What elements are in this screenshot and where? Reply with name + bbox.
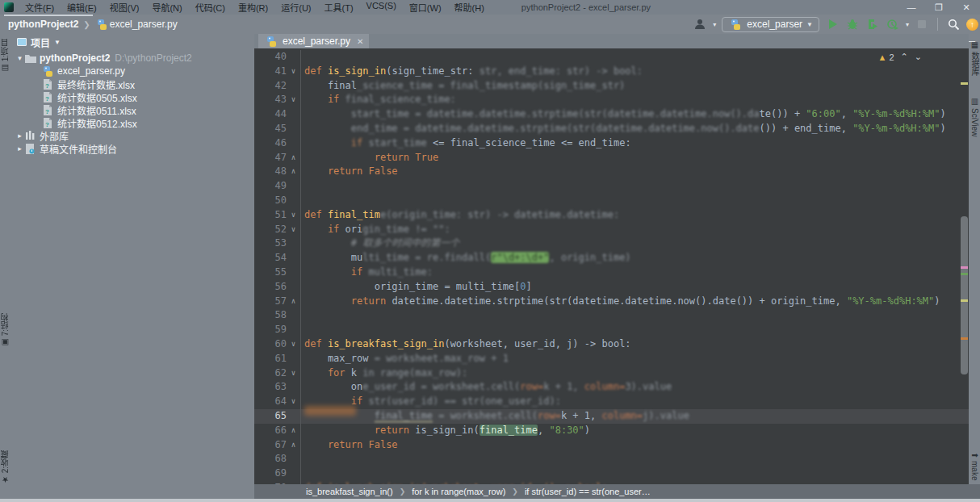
- tree-chevron-icon[interactable]: ▾: [15, 54, 24, 62]
- editor-scrollbar[interactable]: [961, 48, 968, 484]
- tab-excel-parser[interactable]: excel_parser.py ✕: [258, 34, 369, 48]
- code-line[interactable]: 54multi_time = re.findall(r"\d+:\d+", or…: [254, 251, 969, 266]
- code-line[interactable]: 67∧return False: [254, 438, 969, 453]
- code-line[interactable]: 50: [254, 194, 969, 208]
- line-number[interactable]: 50: [254, 194, 287, 208]
- code-line[interactable]: 55if multi_time:: [254, 266, 969, 280]
- line-number[interactable]: 64: [254, 395, 287, 409]
- close-button[interactable]: ✕: [953, 0, 980, 15]
- menu-item[interactable]: 窗口(W): [403, 0, 448, 15]
- code-line[interactable]: 44start_time = datetime.datetime.strptim…: [254, 107, 969, 122]
- coverage-button[interactable]: [865, 17, 880, 31]
- menu-item[interactable]: 文件(F): [19, 0, 61, 15]
- line-number[interactable]: 54: [254, 251, 287, 266]
- user-icon[interactable]: [693, 17, 707, 31]
- line-number[interactable]: 61: [254, 352, 287, 366]
- tree-item[interactable]: ?统计数据0511.xlsx: [10, 103, 254, 116]
- prev-problem-icon[interactable]: ⌃: [901, 52, 908, 62]
- fold-marker-icon[interactable]: ∨: [287, 93, 301, 107]
- line-number[interactable]: 58: [254, 308, 287, 323]
- warning-marker[interactable]: [961, 82, 968, 85]
- fold-marker-icon[interactable]: ∧: [287, 295, 301, 309]
- line-number[interactable]: 44: [254, 107, 287, 122]
- code-line[interactable]: 41∨def is_sign_in(sign_time_str: str, en…: [254, 65, 969, 79]
- usage-marker[interactable]: [961, 337, 968, 340]
- profiler-button[interactable]: [886, 17, 900, 31]
- run-button[interactable]: [825, 17, 840, 31]
- code-breadcrumb[interactable]: is_breakfast_sign_in(): [306, 487, 393, 496]
- tree-item[interactable]: ?最终统计数据.xlsx: [10, 77, 254, 90]
- breadcrumb-project[interactable]: pythonProject2: [8, 19, 78, 30]
- breadcrumb-file[interactable]: excel_parser.py: [110, 19, 178, 30]
- fold-marker-icon[interactable]: ∨: [287, 395, 301, 409]
- inspections-widget[interactable]: ▲ 2 ⌃ ⌄: [877, 52, 922, 62]
- line-number[interactable]: 55: [254, 266, 287, 280]
- code-line[interactable]: 53# 取多个时间中的第一个: [254, 236, 969, 251]
- hide-panel-icon[interactable]: ─: [968, 36, 975, 47]
- tool-button-make[interactable]: ⬆ make: [970, 452, 980, 481]
- code-line[interactable]: 46if start_time <= final_science_time <=…: [254, 136, 969, 151]
- menu-item[interactable]: 代码(C): [189, 0, 232, 15]
- line-number[interactable]: 65: [254, 409, 287, 424]
- tree-item[interactable]: ▾pythonProject2D:\pythonProject2: [10, 52, 254, 65]
- next-problem-icon[interactable]: ⌄: [915, 52, 922, 62]
- line-number[interactable]: 66: [254, 424, 287, 438]
- line-number[interactable]: 57: [254, 295, 287, 309]
- line-number[interactable]: 52: [254, 223, 287, 237]
- tree-chevron-icon[interactable]: ▸: [15, 144, 24, 153]
- line-number[interactable]: 51: [254, 208, 287, 223]
- line-number[interactable]: 43: [254, 93, 287, 107]
- line-number[interactable]: 67: [254, 438, 287, 453]
- line-number[interactable]: 63: [254, 380, 287, 395]
- tree-item[interactable]: ?统计数据0512.xlsx: [10, 116, 254, 129]
- fold-marker-icon[interactable]: ∨: [287, 65, 301, 79]
- code-line[interactable]: 60∨def is_breakfast_sign_in(worksheet, u…: [254, 337, 969, 352]
- scrollbar-thumb[interactable]: [961, 216, 968, 374]
- code-line[interactable]: 61max_row = worksheet.max_row + 1: [254, 352, 969, 366]
- line-number[interactable]: 62: [254, 366, 287, 381]
- tree-item[interactable]: ?统计数据0505.xlsx: [10, 90, 254, 103]
- code-line[interactable]: 68: [254, 452, 969, 466]
- line-number[interactable]: 53: [254, 236, 287, 251]
- code-line[interactable]: 40: [254, 50, 969, 65]
- tool-button-sciview[interactable]: ▥ SciView: [970, 97, 980, 136]
- close-tab-icon[interactable]: ✕: [357, 37, 363, 46]
- update-notification-icon[interactable]: ↑: [966, 19, 978, 31]
- warning-marker[interactable]: [961, 299, 968, 302]
- minimize-button[interactable]: —: [898, 0, 925, 15]
- search-everywhere-icon[interactable]: [946, 17, 961, 31]
- menu-item[interactable]: 导航(N): [145, 0, 188, 15]
- menu-item[interactable]: 编辑(E): [61, 0, 103, 15]
- code-line[interactable]: 62∨for k in range(max_row):: [254, 366, 969, 381]
- code-line[interactable]: 48∧return False: [254, 165, 969, 179]
- code-breadcrumb[interactable]: for k in range(max_row): [412, 487, 505, 496]
- line-number[interactable]: 42: [254, 79, 287, 94]
- code-breadcrumb[interactable]: if str(user_id) == str(one_user…: [525, 487, 651, 496]
- code-line[interactable]: 45end_time = datetime.datetime.strptime(…: [254, 122, 969, 136]
- project-panel-title[interactable]: 项目 ▼: [17, 36, 61, 49]
- code-line[interactable]: 51∨def final_time(origin_time: str) -> d…: [254, 208, 969, 223]
- code-line[interactable]: 63one_user_id = worksheet.cell(row=k + 1…: [254, 380, 969, 395]
- code-line[interactable]: 69: [254, 466, 969, 481]
- code-line[interactable]: 47∧return True: [254, 151, 969, 165]
- code-line[interactable]: 66∧return is_sign_in(final_time, "8:30"): [254, 424, 969, 438]
- line-number[interactable]: 48: [254, 165, 287, 179]
- change-marker[interactable]: [961, 266, 968, 269]
- code-line[interactable]: 56origin_time = multi_time[0]: [254, 280, 969, 295]
- code-line[interactable]: 64∨if str(user_id) == str(one_user_id):: [254, 395, 969, 409]
- code-line[interactable]: 58: [254, 308, 969, 323]
- tree-chevron-icon[interactable]: ▸: [15, 132, 24, 140]
- fold-marker-icon[interactable]: ∧: [287, 438, 301, 453]
- tool-button-favorites[interactable]: ★ 2:收藏: [0, 450, 10, 484]
- line-number[interactable]: 69: [254, 466, 287, 481]
- fold-marker-icon[interactable]: ∨: [287, 223, 301, 237]
- menu-item[interactable]: 视图(V): [103, 0, 146, 15]
- menu-item[interactable]: 重构(R): [232, 0, 274, 15]
- line-number[interactable]: 56: [254, 280, 287, 295]
- line-number[interactable]: 60: [254, 337, 287, 352]
- tree-item[interactable]: ▸外部库: [10, 129, 254, 142]
- code-line[interactable]: 49: [254, 179, 969, 194]
- code-editor[interactable]: 4041∨def is_sign_in(sign_time_str: str, …: [254, 48, 969, 484]
- line-number[interactable]: 59: [254, 323, 287, 337]
- restore-button[interactable]: ❐: [925, 0, 953, 15]
